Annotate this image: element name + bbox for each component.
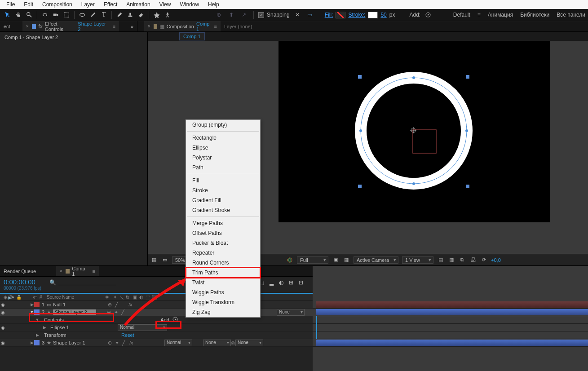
chevron-right-icon[interactable]: ▶ xyxy=(30,340,34,345)
grid-icon[interactable]: ▦ xyxy=(150,256,158,264)
guides-icon[interactable]: ▤ xyxy=(437,256,444,264)
clone-stamp-tool-icon[interactable] xyxy=(125,10,135,20)
close-icon[interactable]: × xyxy=(26,24,29,29)
menu-item-merge-paths[interactable]: Merge Paths xyxy=(186,218,260,228)
menu-effect[interactable]: Effect xyxy=(99,0,122,9)
add-menu-icon[interactable] xyxy=(423,10,433,20)
col-source[interactable]: Source Name xyxy=(47,295,105,300)
comp-subtab-active[interactable]: Comp 1 xyxy=(179,32,205,40)
3d-icon[interactable]: 品 xyxy=(469,256,477,264)
aperture-icon[interactable] xyxy=(286,256,293,264)
panel-tab-composition[interactable]: × ▦ Composition Comp 1 ≡ xyxy=(144,21,221,31)
screen-icon[interactable]: ▭ xyxy=(161,256,168,264)
layer-name-selected[interactable]: Shape Layer 2 xyxy=(53,309,96,315)
layer-contents-row[interactable]: ▼ Contents Add: xyxy=(0,316,588,324)
visibility-icon[interactable]: ◉ xyxy=(0,310,5,315)
hand-tool-icon[interactable] xyxy=(13,10,23,20)
menu-item-round-corners[interactable]: Round Corners xyxy=(186,258,260,268)
stroke-width-value[interactable]: 50 xyxy=(380,12,386,18)
visibility-icon[interactable]: ◉ xyxy=(0,340,5,345)
fill-swatch[interactable] xyxy=(336,12,345,18)
axis-z-icon[interactable]: ⬆ xyxy=(226,10,236,20)
chevron-right-icon[interactable]: ▶ xyxy=(42,325,47,330)
menu-item-offset-paths[interactable]: Offset Paths xyxy=(186,228,260,238)
menu-item-rectangle[interactable]: Rectangle xyxy=(186,133,260,143)
blend-mode-select[interactable]: Normal xyxy=(164,340,192,346)
menu-item-ellipse[interactable]: Ellipse xyxy=(186,143,260,153)
menu-item-repeater[interactable]: Repeater xyxy=(186,248,260,258)
ellipse-shape-tool-icon[interactable] xyxy=(77,10,87,20)
current-timecode[interactable]: 0:00:00:00 xyxy=(4,278,41,286)
axis-y-icon[interactable]: ↗ xyxy=(239,10,249,20)
menu-item-trim-paths[interactable]: Trim Paths xyxy=(186,268,260,278)
shape-circle[interactable] xyxy=(279,41,550,222)
layer-name[interactable]: Null 1 xyxy=(53,302,108,307)
chevron-right-icon[interactable]: ▶ xyxy=(30,302,34,307)
view-layout-select[interactable]: 1 View xyxy=(402,256,433,264)
puppet-tool-icon[interactable] xyxy=(163,10,172,20)
panel-menu-icon[interactable]: ≡ xyxy=(113,24,115,29)
workspace-menu-icon[interactable]: ≡ xyxy=(477,12,481,18)
roi-icon[interactable]: ▣ xyxy=(332,256,339,264)
workspace-all-panels[interactable]: Все панели xyxy=(557,12,585,18)
layer-ellipse-row[interactable]: ◉ ▶ Ellipse 1 Normal xyxy=(0,324,588,331)
add-menu-button[interactable] xyxy=(172,317,178,323)
blend-mode-select[interactable]: Normal xyxy=(118,324,167,331)
menu-help[interactable]: Help xyxy=(203,0,224,9)
parent-select[interactable]: None xyxy=(235,340,263,346)
orbit-tool-icon[interactable] xyxy=(40,10,50,20)
pan-behind-tool-icon[interactable] xyxy=(62,10,71,20)
reset-link[interactable]: Reset xyxy=(121,332,134,338)
camera-tool-icon[interactable] xyxy=(51,10,61,20)
menu-item-group[interactable]: Group (empty) xyxy=(186,120,260,130)
fill-label[interactable]: Fill: xyxy=(325,12,333,18)
menu-item-wiggle-transform[interactable]: Wiggle Transform xyxy=(186,297,260,307)
layer-row-shape1[interactable]: ◉ ▶ 3 ★ Shape Layer 1 ⊕ ✦ ╱ fx Normal No… xyxy=(0,339,588,347)
visibility-icon[interactable]: ◉ xyxy=(0,302,5,307)
panel-menu-icon[interactable]: ≡ xyxy=(93,269,95,274)
layer-transform-row[interactable]: ▶ Transform Reset xyxy=(0,331,588,339)
menu-edit[interactable]: Edit xyxy=(19,0,38,9)
panel-menu-icon[interactable]: ≡ xyxy=(214,24,217,29)
time-icon[interactable]: ⧉ xyxy=(459,256,466,264)
menu-file[interactable]: File xyxy=(2,0,19,9)
tab-render-queue[interactable]: Render Queue xyxy=(0,266,56,276)
menu-view[interactable]: View xyxy=(155,0,176,9)
panel-tab-project[interactable]: ect xyxy=(0,21,22,31)
roto-tool-icon[interactable] xyxy=(152,10,162,20)
track-matte-select[interactable]: None xyxy=(203,340,231,346)
panel-overflow[interactable]: » xyxy=(119,21,137,31)
menu-animation[interactable]: Animation xyxy=(122,0,155,9)
eraser-tool-icon[interactable] xyxy=(136,10,146,20)
chart-icon[interactable]: ▂ xyxy=(268,279,275,286)
close-icon[interactable]: × xyxy=(148,24,150,29)
chevron-right-icon[interactable]: ▶ xyxy=(35,333,40,337)
menu-layer[interactable]: Layer xyxy=(77,0,99,9)
menu-item-zig-zag[interactable]: Zig Zag xyxy=(186,307,260,317)
layer-search-input[interactable] xyxy=(58,280,116,285)
camera-select[interactable]: Active Camera xyxy=(354,256,398,264)
panel-tab-layer[interactable]: Layer (none) xyxy=(221,21,265,31)
transparency-grid-icon[interactable]: ▦ xyxy=(343,256,350,264)
menu-item-twist[interactable]: Twist xyxy=(186,278,260,287)
layer-row-null1[interactable]: ◉ ▶ 1 ▭ Null 1 ⊕ ╱ fx xyxy=(0,301,588,309)
ellipse-label[interactable]: Ellipse 1 xyxy=(50,325,118,330)
axis-icon[interactable]: ⊕ xyxy=(214,10,224,20)
selection-tool-icon[interactable] xyxy=(3,10,13,20)
tab-timeline-comp[interactable]: × Comp 1 ≡ xyxy=(56,266,99,276)
workspace-default[interactable]: Default xyxy=(453,12,470,18)
menu-item-wiggle-paths[interactable]: Wiggle Paths xyxy=(186,287,260,297)
workspace-libraries[interactable]: Библиотеки xyxy=(520,12,549,18)
stroke-label[interactable]: Stroke: xyxy=(348,12,365,18)
resolution-select[interactable]: Full xyxy=(297,256,328,264)
layer-color[interactable] xyxy=(34,340,40,345)
snap-options-icon[interactable]: ✕ xyxy=(292,10,302,20)
menu-item-stroke[interactable]: Stroke xyxy=(186,186,260,195)
exposure-value[interactable]: +0,0 xyxy=(491,257,501,263)
chevron-down-icon[interactable]: ▼ xyxy=(35,318,40,322)
close-icon[interactable]: × xyxy=(60,269,62,274)
graph-editor-icon[interactable]: ⊞ xyxy=(287,279,295,286)
workspace-animation[interactable]: Анимация xyxy=(488,12,513,18)
layer-color[interactable] xyxy=(34,302,40,307)
menu-item-polystar[interactable]: Polystar xyxy=(186,153,260,163)
